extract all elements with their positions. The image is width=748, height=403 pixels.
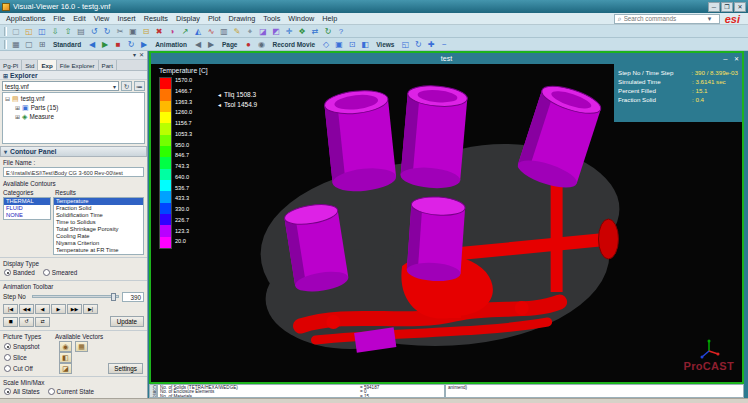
close-panel-icon[interactable]: ✕ xyxy=(139,52,144,59)
explorer-tab[interactable]: Std xyxy=(22,60,38,70)
menu-item[interactable]: Insert xyxy=(113,14,139,23)
toolbar-group-animation[interactable]: Animation xyxy=(151,39,191,50)
result-item[interactable]: Time to Solidus xyxy=(54,219,143,226)
record-icon[interactable]: ● xyxy=(243,39,255,50)
playback-button[interactable]: ⇄ xyxy=(35,317,50,327)
result-item[interactable]: Temperature at FR Time xyxy=(54,247,143,254)
contour-panel-header[interactable]: ▾ Contour Panel xyxy=(0,146,147,157)
minimize-button[interactable]: ─ xyxy=(708,2,720,12)
menu-item[interactable]: Applications xyxy=(2,14,49,23)
explorer-tab[interactable]: Pg-Pl xyxy=(0,60,22,70)
menu-item[interactable]: Drawing xyxy=(225,14,260,23)
filter-icon[interactable]: ≔ xyxy=(134,81,145,91)
vectors-icon[interactable]: ▦ xyxy=(75,341,88,352)
zoom-out-icon[interactable]: − xyxy=(438,39,450,50)
tree-item[interactable]: ⊞ ▣ Parts (15) xyxy=(4,103,143,112)
first-frame-icon[interactable]: ◀ xyxy=(86,39,98,50)
current-state-radio[interactable]: Current State xyxy=(48,388,94,395)
stop-icon[interactable]: ■ xyxy=(112,39,124,50)
menu-item[interactable]: Window xyxy=(284,14,318,23)
cut-icon[interactable]: ✂ xyxy=(114,26,126,37)
step-slider[interactable] xyxy=(32,295,119,298)
result-item[interactable]: Solidification Time xyxy=(54,212,143,219)
menu-item[interactable]: Help xyxy=(318,14,341,23)
save-icon[interactable]: ◫ xyxy=(36,26,48,37)
next-page-icon[interactable]: ▶ xyxy=(205,39,217,50)
iso-view-icon[interactable]: ◇ xyxy=(320,39,332,50)
playback-button[interactable]: ◼ xyxy=(3,317,18,327)
slice-icon[interactable]: ◪ xyxy=(257,26,269,37)
layout-icon[interactable]: ▦ xyxy=(10,39,22,50)
snapshot-icon[interactable]: ◉ xyxy=(59,341,72,352)
redo-icon[interactable]: ↻ xyxy=(101,26,113,37)
cutoff-radio[interactable]: Cut Off xyxy=(4,365,56,372)
toolbar-group-record-movie[interactable]: Record Movie xyxy=(269,39,320,50)
contour-plot-icon[interactable]: ◑ xyxy=(166,26,178,37)
view-close-icon[interactable]: ✕ xyxy=(731,55,742,62)
paste-icon[interactable]: ⊟ xyxy=(140,26,152,37)
result-item[interactable]: Fraction Solid xyxy=(54,205,143,212)
vector-plot-icon[interactable]: ↗ xyxy=(179,26,191,37)
toolbar-group-standard[interactable]: Standard xyxy=(49,39,85,50)
undo-icon[interactable]: ↺ xyxy=(88,26,100,37)
cutoff-icon[interactable]: ◩ xyxy=(270,26,282,37)
result-item[interactable]: Total Shrinkage Porosity xyxy=(54,226,143,233)
rotate-view-icon[interactable]: ↻ xyxy=(412,39,424,50)
playback-button[interactable]: ↺ xyxy=(19,317,34,327)
side-view-icon[interactable]: ◧ xyxy=(359,39,371,50)
import-icon[interactable]: ⇩ xyxy=(49,26,61,37)
all-states-radio[interactable]: All States xyxy=(4,388,40,395)
playback-button[interactable]: ◀◀ xyxy=(19,304,34,314)
zoom-in-icon[interactable]: ✚ xyxy=(425,39,437,50)
grid-icon[interactable]: ⊞ xyxy=(36,39,48,50)
playback-button[interactable]: ▶ xyxy=(51,304,66,314)
search-box[interactable]: ⌕ ▾ xyxy=(614,14,720,24)
legend-icon[interactable]: ▥ xyxy=(218,26,230,37)
page-icon[interactable]: ▢ xyxy=(23,39,35,50)
file-name-input[interactable]: E:\Installs\ESI\Test\Body CG 3-600 Rev-0… xyxy=(3,167,144,177)
top-view-icon[interactable]: ⊡ xyxy=(346,39,358,50)
toolbar-group-views[interactable]: Views xyxy=(372,39,398,50)
view-minimize-icon[interactable]: ─ xyxy=(720,56,731,62)
toolbar-grip[interactable] xyxy=(4,40,7,49)
play-icon[interactable]: ▶ xyxy=(99,39,111,50)
category-item[interactable]: THERMAL xyxy=(4,198,50,205)
fit-view-icon[interactable]: ◱ xyxy=(399,39,411,50)
open-file-icon[interactable]: ◱ xyxy=(23,26,35,37)
playback-button[interactable]: |◀ xyxy=(3,304,18,314)
explorer-tab[interactable]: File Explorer xyxy=(57,60,99,70)
display-smeared-radio[interactable]: Smeared xyxy=(43,269,78,276)
tree-item[interactable]: ⊟ ▤ testg.vnf xyxy=(4,94,143,103)
viewport-canvas[interactable]: Temperature [C] 1570.01466.71363.31260.0… xyxy=(151,64,742,382)
deformed-plot-icon[interactable]: ◭ xyxy=(192,26,204,37)
slice-icon[interactable]: ◧ xyxy=(59,352,72,363)
maximize-button[interactable]: ❐ xyxy=(721,2,733,12)
xy-plot-icon[interactable]: ∿ xyxy=(205,26,217,37)
cutoff-icon[interactable]: ◪ xyxy=(59,363,72,374)
category-item[interactable]: FLUID xyxy=(4,205,50,212)
close-button[interactable]: ✕ xyxy=(734,2,746,12)
settings-button[interactable]: Settings xyxy=(108,363,143,374)
refresh-icon[interactable]: ↻ xyxy=(322,26,334,37)
explorer-tab[interactable]: Exp xyxy=(38,60,56,70)
trace-icon[interactable]: ❖ xyxy=(296,26,308,37)
menu-item[interactable]: View xyxy=(90,14,114,23)
result-item[interactable]: Temperature xyxy=(54,198,143,205)
explorer-tab[interactable]: Part xyxy=(99,60,117,70)
export-icon[interactable]: ⇧ xyxy=(62,26,74,37)
new-file-icon[interactable]: ▢ xyxy=(10,26,22,37)
menu-item[interactable]: Tools xyxy=(259,14,284,23)
toolbar-grip[interactable] xyxy=(4,27,7,36)
toolbar-group-page[interactable]: Page xyxy=(218,39,242,50)
menu-item[interactable]: Edit xyxy=(69,14,90,23)
last-frame-icon[interactable]: ▶ xyxy=(138,39,150,50)
help-icon[interactable]: ? xyxy=(335,26,347,37)
menu-item[interactable]: File xyxy=(49,14,69,23)
pin-icon[interactable]: ▾ xyxy=(133,52,136,59)
step-value-input[interactable]: 390 xyxy=(122,292,144,302)
menu-item[interactable]: Plot xyxy=(204,14,225,23)
result-item[interactable]: Niyama Criterion xyxy=(54,240,143,247)
update-button[interactable]: Update xyxy=(110,316,144,327)
menu-item[interactable]: Results xyxy=(140,14,172,23)
tree-item[interactable]: ⊞ ◈ Measure xyxy=(4,112,143,121)
